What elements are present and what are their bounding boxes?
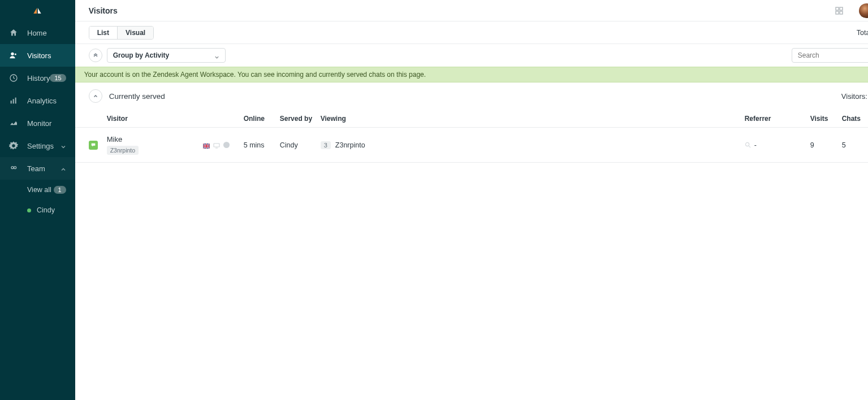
viewing-count-chip: 3: [321, 141, 331, 149]
chats-cell: 5: [842, 141, 868, 149]
visits-cell: 9: [810, 141, 842, 149]
view-toggle: List Visual: [89, 26, 154, 40]
info-banner-text: Your account is on the Zendesk Agent Wor…: [84, 71, 426, 79]
chevron-up-icon: [61, 166, 66, 171]
nav-visitors[interactable]: Visitors: [0, 44, 75, 67]
home-icon: [9, 28, 18, 37]
analytics-icon: [9, 96, 18, 105]
team-icon: [9, 164, 18, 173]
search-icon: [745, 142, 751, 148]
nav-settings-label: Settings: [27, 142, 61, 150]
online-cell: 5 mins: [244, 141, 280, 149]
nav-history-label: History: [27, 74, 50, 82]
gear-icon: [9, 141, 18, 150]
user-avatar[interactable]: [859, 3, 868, 18]
svg-rect-8: [836, 7, 839, 10]
visitors-icon: [9, 51, 18, 60]
svg-rect-10: [836, 11, 839, 14]
nav-visitors-label: Visitors: [27, 51, 66, 60]
referrer-cell: -: [745, 141, 810, 149]
svg-rect-11: [840, 11, 843, 14]
svg-point-6: [11, 167, 14, 169]
team-view-all[interactable]: View all 1: [0, 180, 75, 200]
visitor-cell: Mike Z3nrpinto: [107, 135, 203, 155]
team-member-cindy[interactable]: Cindy: [0, 200, 75, 220]
tab-visual[interactable]: Visual: [118, 27, 153, 39]
page-header: Visitors: [75, 0, 868, 21]
team-view-all-badge: 1: [54, 186, 66, 194]
viewing-cell: 3 Z3nrpinto: [321, 141, 745, 149]
svg-rect-13: [214, 144, 219, 147]
group-by-label: Group by Activity: [113, 51, 170, 59]
nav-history[interactable]: History 15: [0, 67, 75, 89]
col-online: Online: [244, 115, 280, 123]
nav-history-badge: 15: [50, 74, 66, 82]
filter-bar: Group by Activity: [75, 44, 868, 67]
sidebar: Home Visitors History 15 Analytics Monit…: [0, 0, 75, 400]
team-sublist: View all 1 Cindy: [0, 180, 75, 220]
group-by-dropdown[interactable]: Group by Activity: [107, 48, 226, 63]
section-count: Visitors: 1: [841, 92, 868, 101]
nav-monitor-label: Monitor: [27, 119, 66, 128]
tab-list[interactable]: List: [89, 27, 118, 39]
chat-status-icon: [89, 141, 98, 150]
nav-monitor[interactable]: Monitor: [0, 112, 75, 134]
table-header: Visitor Online Served by Viewing Referre…: [75, 110, 868, 128]
page-title: Visitors: [89, 6, 118, 15]
monitor-icon: [9, 119, 18, 128]
search-input[interactable]: [792, 48, 868, 63]
online-status-dot: [27, 208, 31, 212]
visitors-table: Visitor Online Served by Viewing Referre…: [75, 110, 868, 163]
chevron-down-icon: [214, 53, 219, 58]
svg-rect-4: [13, 99, 14, 103]
svg-point-1: [15, 53, 16, 55]
visitor-meta-icons: [203, 142, 244, 148]
referrer-text: -: [754, 141, 757, 149]
col-visitor: Visitor: [107, 115, 203, 123]
nav-analytics[interactable]: Analytics: [0, 89, 75, 112]
svg-rect-5: [15, 98, 16, 104]
svg-point-0: [11, 53, 14, 55]
team-view-all-label: View all: [27, 186, 51, 194]
col-served-by: Served by: [280, 115, 321, 123]
svg-point-14: [745, 142, 749, 146]
view-toolbar: List Visual Total:: [75, 21, 868, 44]
col-chats: Chats: [842, 115, 868, 123]
svg-rect-3: [11, 101, 12, 103]
section-header: Currently served Visitors: 1: [75, 82, 868, 110]
nav-home-label: Home: [27, 29, 66, 37]
history-icon: [9, 73, 18, 82]
section-title: Currently served: [109, 92, 165, 101]
desktop-icon: [213, 142, 220, 148]
chevron-down-icon: [61, 143, 66, 149]
apps-grid-icon[interactable]: [835, 7, 843, 15]
browser-icon: [223, 142, 230, 148]
visitor-name: Mike: [107, 135, 203, 144]
table-row[interactable]: Mike Z3nrpinto 5 mins Cindy 3 Z3nrpinto …: [75, 128, 868, 163]
info-banner: Your account is on the Zendesk Agent Wor…: [75, 67, 868, 82]
served-by-cell: Cindy: [280, 141, 321, 149]
collapse-all-button[interactable]: [89, 49, 102, 62]
col-referrer: Referrer: [745, 115, 810, 123]
nav-team-label: Team: [27, 164, 61, 173]
svg-point-7: [14, 167, 16, 169]
app-logo: [0, 0, 75, 21]
flag-uk-icon: [203, 142, 210, 147]
visitor-tag: Z3nrpinto: [107, 146, 139, 155]
nav-home[interactable]: Home: [0, 21, 75, 44]
nav-analytics-label: Analytics: [27, 97, 66, 105]
svg-rect-9: [840, 7, 843, 10]
total-label: Total:: [857, 29, 868, 37]
team-member-name: Cindy: [37, 206, 55, 214]
nav-settings[interactable]: Settings: [0, 134, 75, 157]
col-visits: Visits: [810, 115, 842, 123]
collapse-section-button[interactable]: [89, 89, 102, 103]
nav-team[interactable]: Team: [0, 157, 75, 180]
viewing-text: Z3nrpinto: [335, 141, 365, 149]
col-viewing: Viewing: [321, 115, 745, 123]
